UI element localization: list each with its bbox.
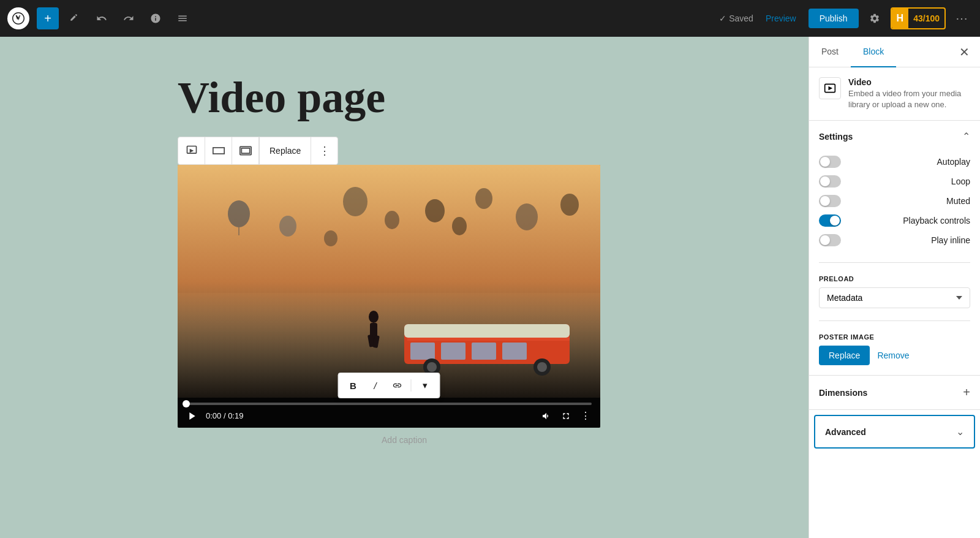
redo-button[interactable] [118, 7, 140, 29]
svg-marker-1 [189, 149, 194, 153]
settings-section: Settings ⌃ Autoplay Loop Muted Playb [809, 121, 980, 260]
preview-button[interactable]: Preview [758, 10, 804, 27]
list-view-button[interactable] [172, 7, 194, 29]
video-fullscreen-button[interactable] [560, 410, 572, 422]
block-info-section: Video Embed a video from your media libr… [809, 67, 980, 121]
video-controls-row: 0:00 / 0:19 ⋮ [186, 409, 592, 423]
seo-score-badge[interactable]: H 43/100 [891, 7, 946, 29]
autoplay-row: Autoplay [819, 152, 970, 172]
saved-status: ✓ Saved [719, 13, 753, 23]
undo-button[interactable] [91, 7, 113, 29]
muted-label: Muted [946, 196, 970, 206]
block-toolbar: Replace ⋮ [178, 137, 338, 165]
poster-replace-button[interactable]: Replace [819, 346, 870, 365]
loop-row: Loop [819, 172, 970, 191]
play-inline-toggle[interactable] [819, 234, 841, 246]
playback-controls-toggle[interactable] [819, 214, 841, 227]
playback-controls-row: Playback controls [819, 211, 970, 230]
advanced-section[interactable]: Advanced ⌄ [814, 415, 975, 449]
replace-video-button[interactable]: Replace [259, 137, 311, 164]
preload-label: PRELOAD [819, 275, 970, 282]
play-inline-label: Play inline [931, 235, 970, 245]
loop-toggle[interactable] [819, 175, 841, 188]
video-mute-button[interactable] [540, 410, 552, 422]
settings-title: Settings [819, 132, 853, 142]
more-format-button[interactable]: ▾ [415, 376, 435, 395]
more-options-button[interactable]: ⋯ [951, 7, 973, 29]
block-more-options-button[interactable]: ⋮ [311, 137, 337, 164]
svg-marker-35 [829, 86, 833, 91]
advanced-label: Advanced [825, 427, 866, 437]
edit-mode-button[interactable] [64, 7, 86, 29]
video-align-wide-button[interactable] [232, 137, 259, 164]
poster-remove-button[interactable]: Remove [875, 346, 911, 365]
video-more-button[interactable]: ⋮ [579, 409, 592, 423]
settings-button[interactable] [864, 7, 886, 29]
video-progress-thumb [183, 400, 190, 407]
dimensions-section[interactable]: Dimensions + [809, 376, 980, 410]
video-right-controls: ⋮ [540, 409, 592, 423]
editor-content: Video page Replace ⋮ [178, 74, 631, 452]
wp-logo-icon[interactable] [7, 7, 29, 29]
settings-header: Settings ⌃ [819, 131, 970, 142]
poster-image-label: POSTER IMAGE [819, 333, 970, 341]
info-button[interactable] [145, 7, 167, 29]
add-block-button[interactable]: + [37, 7, 59, 29]
block-type-description: Embed a video from your media library or… [848, 88, 970, 110]
add-caption-field[interactable]: Add caption [178, 428, 631, 452]
panel-close-button[interactable]: ✕ [953, 41, 975, 63]
score-h-label: H [892, 9, 909, 28]
video-visual [178, 165, 600, 398]
panel-header: Post Block ✕ [809, 37, 980, 67]
panel-divider-2 [819, 320, 970, 321]
video-play-button[interactable] [186, 410, 198, 422]
block-tab[interactable]: Block [851, 37, 896, 67]
block-type-name: Video [848, 77, 970, 87]
video-progress-bar[interactable] [186, 403, 592, 405]
video-block: 0:00 / 0:19 ⋮ B [178, 165, 600, 428]
svg-rect-2 [213, 148, 224, 154]
play-inline-row: Play inline [819, 230, 970, 250]
page-title[interactable]: Video page [178, 74, 631, 122]
svg-rect-4 [241, 148, 249, 153]
settings-collapse-button[interactable]: ⌃ [962, 131, 970, 142]
autoplay-toggle[interactable] [819, 156, 841, 168]
muted-toggle[interactable] [819, 195, 841, 207]
block-info-text: Video Embed a video from your media libr… [848, 77, 970, 110]
video-align-none-button[interactable] [178, 137, 205, 164]
playback-controls-label: Playback controls [903, 216, 970, 225]
editor-area: Video page Replace ⋮ [0, 37, 809, 538]
text-format-toolbar: B / ▾ [338, 373, 440, 398]
loop-label: Loop [951, 176, 970, 186]
svg-marker-33 [189, 412, 195, 420]
publish-button[interactable]: Publish [809, 9, 859, 28]
checkmark-icon: ✓ [719, 13, 726, 23]
poster-image-section: POSTER IMAGE Replace Remove [809, 324, 980, 376]
bold-button[interactable]: B [344, 376, 363, 395]
block-type-icon [819, 77, 841, 99]
poster-image-buttons: Replace Remove [819, 346, 970, 365]
advanced-expand-icon: ⌄ [956, 426, 964, 438]
dimensions-expand-icon: + [963, 385, 970, 400]
link-button[interactable] [388, 376, 407, 395]
right-panel: Post Block ✕ Video Embed a video from yo… [809, 37, 980, 538]
preload-section: PRELOAD None Metadata Auto [809, 265, 980, 318]
post-tab[interactable]: Post [809, 37, 851, 67]
topbar: + ✓ Saved Preview Publish H 43/100 ⋯ [0, 0, 980, 37]
muted-row: Muted [819, 191, 970, 211]
toolbar-separator [411, 379, 412, 392]
video-align-center-button[interactable] [205, 137, 232, 164]
autoplay-label: Autoplay [937, 157, 970, 167]
panel-divider-1 [819, 262, 970, 263]
dimensions-label: Dimensions [819, 388, 867, 398]
video-sky-bg [178, 165, 600, 293]
video-controls: 0:00 / 0:19 ⋮ [178, 398, 600, 428]
video-time: 0:00 / 0:19 [206, 411, 533, 420]
preload-select[interactable]: None Metadata Auto [819, 287, 970, 308]
italic-button[interactable]: / [366, 376, 385, 395]
score-value: 43/100 [908, 9, 944, 28]
main-layout: Video page Replace ⋮ [0, 37, 980, 538]
